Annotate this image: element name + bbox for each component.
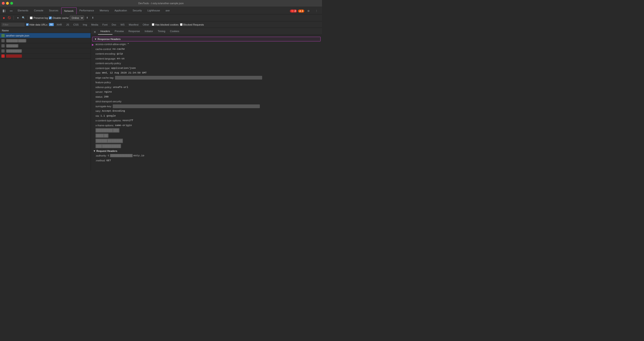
header-row: cache-control: no-cache [91,47,322,52]
header-row: vary: Accept-Encoding [91,109,322,113]
header-row: via: 1.1 google [91,113,322,118]
arrow-indicator: ► [91,42,94,47]
tab-security[interactable]: Security [130,7,144,14]
filter-input[interactable] [2,23,25,26]
network-item-name: ██████ [6,44,18,47]
header-row: edge-cache-tag: ████████████████████████… [91,75,322,80]
detail-tab-preview[interactable]: Preview [112,28,126,35]
network-list: Name another-sample.json ██████ ████ ███… [0,28,91,170]
hide-data-urls-checkbox[interactable] [26,23,29,26]
filter-font[interactable]: Font [101,23,109,26]
tab-lighthouse[interactable]: Lighthouse [144,7,163,14]
svg-point-3 [11,11,12,11]
svg-point-2 [10,11,11,11]
tab-axe[interactable]: axe [163,7,172,14]
network-item-name: ██████ ████ [6,39,26,42]
detail-tab-headers[interactable]: Headers [98,28,112,35]
tab-network[interactable]: Network [61,7,76,14]
detail-close-button[interactable]: ✕ [92,29,98,35]
network-list-items[interactable]: another-sample.json ██████ ████ ██████ █… [0,33,90,170]
blocked-requests-checkbox[interactable] [180,23,182,26]
file-icon [2,49,5,52]
toolbar-separator-1 [14,16,14,20]
tab-memory[interactable]: Memory [97,7,112,14]
filter-other[interactable]: Other [141,23,151,26]
response-headers-section[interactable]: ▼ Response Headers [92,37,320,41]
customize-icon[interactable] [8,8,14,14]
main-area: Name another-sample.json ██████ ████ ███… [0,28,322,170]
throttle-select[interactable]: Online [70,15,84,20]
file-icon [2,34,5,37]
more-options-icon[interactable]: ⋮ [313,8,320,14]
header-row: :authority: t██████████████esty.io [91,153,322,158]
window-title: DevTools - t esty.io/another-sample.json [138,2,184,5]
filter-doc[interactable]: Doc [110,23,118,26]
header-row: status: 200 [91,94,322,99]
detail-tab-initiator[interactable]: Initiator [142,28,155,35]
list-item[interactable]: ████████ [0,48,90,53]
file-icon [2,44,5,47]
tab-performance[interactable]: Performance [76,7,97,14]
filter-js[interactable]: JS [65,23,70,26]
filter-all-chip[interactable]: All [49,23,54,26]
tab-elements[interactable]: Elements [15,7,31,14]
network-item-name: ████████ [6,54,22,58]
header-row: ████ ██ [91,133,322,138]
network-item-name: ████████ [6,49,22,52]
error-count-badge: 🔴 2 [290,9,297,12]
request-headers-section[interactable]: ▼ Request Headers [91,149,322,153]
preserve-log-label[interactable]: Preserve log [30,16,48,19]
search-icon[interactable]: 🔍 [21,15,26,20]
tab-application[interactable]: Application [112,7,130,14]
filter-ws[interactable]: WS [119,23,126,26]
blocked-requests-label[interactable]: Blocked Requests [180,23,204,26]
tab-end-icons: 🔴 2 ⚠ 1 ⚙ ⋮ [290,8,321,14]
filter-manifest[interactable]: Manifest [127,23,140,26]
settings-icon[interactable]: ⚙ [305,8,312,14]
export-icon[interactable]: ⬇ [90,15,95,20]
clear-button[interactable]: 🚫 [7,15,12,20]
list-item[interactable]: ████████ [0,53,90,59]
filter-css[interactable]: CSS [72,23,80,26]
preserve-log-checkbox[interactable] [30,16,32,19]
detail-tabs: ✕ Headers Preview Response Initiator Tim… [91,28,322,35]
svg-rect-0 [3,9,4,12]
header-row: x-frame-options: same-origin [91,123,322,128]
import-icon[interactable]: ⬆ [85,15,90,20]
list-item[interactable]: ██████ [0,43,90,48]
tab-sources[interactable]: Sources [46,7,61,14]
header-row: date: Wed, 12 Aug 2020 21:34:50 GMT [91,70,322,75]
maximize-button[interactable] [10,2,13,5]
close-button[interactable] [2,2,5,5]
disable-cache-label[interactable]: Disable cache [49,16,69,19]
filter-xhr[interactable]: XHR [55,23,63,26]
detail-panel: ✕ Headers Preview Response Initiator Tim… [91,28,322,170]
has-blocked-cookies-checkbox[interactable] [152,23,154,26]
header-row: content-type: application/json [91,66,322,71]
detail-tab-cookies[interactable]: Cookies [168,28,182,35]
header-row: feature-policy [91,80,322,85]
network-toolbar: ⏺ 🚫 ▼ 🔍 Preserve log Disable cache Onlin… [0,14,322,21]
devtools-tabs: Elements Console Sources Network Perform… [0,6,322,14]
filter-media[interactable]: Media [90,23,100,26]
list-item[interactable]: another-sample.json [0,33,90,38]
filter-icon[interactable]: ▼ [16,15,20,20]
detail-tab-timing[interactable]: Timing [155,28,168,35]
disable-cache-checkbox[interactable] [49,16,52,19]
hide-data-urls-label[interactable]: Hide data URLs [26,23,48,26]
traffic-lights [2,2,13,5]
header-row: ███ ██████████ [91,143,322,149]
title-bar: DevTools - t esty.io/another-sample.json [0,0,322,6]
header-row: x-content-type-options: nosniff [91,118,322,123]
has-blocked-cookies-label[interactable]: Has blocked cookies [152,23,178,26]
headers-content[interactable]: ▼ Response Headers ► access-control-allo… [91,35,322,170]
minimize-button[interactable] [6,2,9,5]
list-item[interactable]: ██████ ████ [0,38,90,43]
detail-tab-response[interactable]: Response [126,28,142,35]
record-button[interactable]: ⏺ [2,15,6,20]
filter-img[interactable]: Img [81,23,88,26]
network-item-name: another-sample.json [6,34,89,37]
header-row: content-encoding: gzip [91,51,322,56]
sidebar-toggle-icon[interactable] [1,8,8,14]
tab-console[interactable]: Console [31,7,46,14]
